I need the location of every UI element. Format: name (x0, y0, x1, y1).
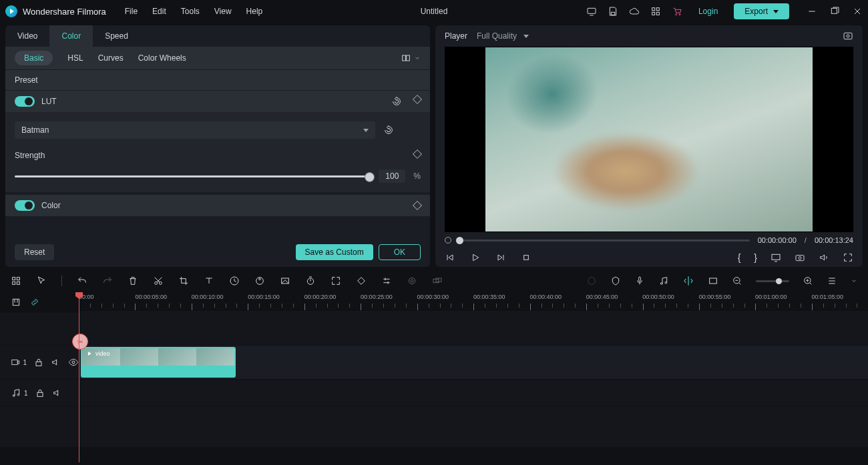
lut-select[interactable]: Batman (15, 121, 375, 139)
tab-video[interactable]: Video (5, 25, 49, 47)
mic-icon[interactable] (634, 276, 645, 286)
cart-icon[interactable] (672, 6, 682, 17)
mark-out-icon[interactable]: } (754, 252, 757, 263)
audio-track[interactable]: 1 (79, 380, 868, 406)
track-size-icon[interactable] (827, 276, 837, 286)
tab-color[interactable]: Color (49, 25, 93, 47)
menu-bar: File Edit Tools View Help (125, 7, 263, 16)
stop-icon[interactable] (521, 252, 531, 263)
display-icon[interactable] (771, 252, 781, 263)
login-link[interactable]: Login (693, 4, 723, 19)
video-track[interactable]: 1 video (79, 346, 868, 379)
apps-icon[interactable] (650, 6, 661, 17)
save-as-custom-button[interactable]: Save as Custom (296, 244, 373, 260)
magnet-icon[interactable] (11, 297, 21, 308)
color-icon[interactable] (254, 276, 265, 286)
menu-view[interactable]: View (214, 7, 232, 16)
track-visible-icon[interactable] (68, 357, 79, 368)
lut-selected-value: Batman (21, 125, 49, 135)
reset-button[interactable]: Reset (15, 244, 54, 260)
preset-header[interactable]: Preset (5, 70, 430, 90)
device-icon[interactable] (586, 6, 597, 17)
track-mute-icon[interactable] (51, 357, 61, 368)
greenscreen-icon[interactable] (280, 276, 290, 286)
next-frame-icon[interactable] (495, 252, 506, 263)
quality-select[interactable]: Full Quality (477, 31, 529, 41)
menu-file[interactable]: File (125, 7, 138, 16)
split-icon[interactable] (682, 275, 694, 287)
scrub-start-icon[interactable] (445, 237, 451, 244)
link-icon[interactable] (29, 297, 40, 308)
marker-icon[interactable] (610, 276, 621, 286)
expand-icon[interactable] (331, 276, 341, 286)
color-keyframe-icon[interactable] (413, 201, 422, 210)
mark-in-icon[interactable]: { (738, 252, 741, 263)
compare-toggle-icon[interactable] (401, 53, 421, 63)
playhead-handle-icon[interactable]: ✂ (72, 334, 88, 350)
audio-track-mute-icon[interactable] (52, 388, 63, 398)
track-lock-icon[interactable] (33, 357, 44, 368)
tab-speed[interactable]: Speed (93, 25, 140, 47)
render-icon[interactable] (586, 276, 597, 286)
record-icon[interactable] (407, 276, 417, 286)
snapshot-icon[interactable] (843, 31, 853, 41)
color-toggle[interactable] (15, 200, 35, 211)
undo-icon[interactable] (77, 276, 87, 286)
zoom-in-icon[interactable] (803, 276, 813, 286)
crop-icon[interactable] (178, 276, 189, 286)
subtab-basic[interactable]: Basic (15, 51, 53, 65)
video-clip[interactable]: video (81, 347, 236, 378)
text-icon[interactable] (204, 276, 214, 286)
subtab-curves[interactable]: Curves (98, 53, 124, 63)
keyframe-tool-icon[interactable] (356, 276, 367, 286)
export-button[interactable]: Export (734, 3, 789, 19)
svg-point-6 (676, 14, 677, 15)
layout-icon[interactable] (11, 276, 21, 286)
adjust-icon[interactable] (381, 276, 392, 286)
cloud-icon[interactable] (629, 6, 640, 17)
timeline-ruler[interactable]: 00:0000:00:05:0000:00:10:0000:00:15:0000… (79, 292, 868, 312)
audio-icon[interactable] (658, 276, 669, 286)
lut-toggle[interactable] (15, 96, 35, 107)
menu-help[interactable]: Help (246, 7, 263, 16)
strength-value[interactable]: 100 (379, 169, 405, 183)
play-icon[interactable] (470, 252, 481, 263)
cursor-icon[interactable] (36, 276, 47, 286)
save-icon[interactable] (608, 6, 618, 17)
playhead[interactable] (79, 292, 79, 462)
lut-select-reset-icon[interactable] (383, 125, 394, 135)
prev-frame-icon[interactable] (445, 252, 455, 263)
strength-slider[interactable] (15, 175, 371, 177)
minimize-icon[interactable] (807, 6, 817, 17)
scrub-track[interactable] (459, 240, 750, 242)
preview-viewport[interactable] (445, 47, 853, 232)
frame-icon[interactable] (708, 276, 718, 286)
maximize-icon[interactable] (829, 6, 840, 17)
group-icon[interactable] (432, 276, 443, 286)
svg-rect-9 (403, 55, 406, 61)
timecode-current: 00:00:00:00 (758, 236, 797, 244)
redo-icon[interactable] (102, 276, 113, 286)
subtab-hsl[interactable]: HSL (67, 53, 83, 63)
track-options-icon[interactable] (851, 276, 857, 286)
zoom-slider[interactable] (756, 280, 789, 282)
speed-icon[interactable] (229, 276, 240, 286)
menu-tools[interactable]: Tools (181, 7, 200, 16)
svg-rect-15 (796, 256, 804, 261)
svg-rect-20 (17, 282, 19, 284)
zoom-out-icon[interactable] (732, 276, 742, 286)
close-icon[interactable] (852, 6, 863, 17)
lut-keyframe-icon[interactable] (413, 95, 422, 104)
delete-icon[interactable] (128, 276, 138, 286)
volume-icon[interactable] (819, 252, 829, 263)
fullscreen-icon[interactable] (843, 252, 853, 263)
ok-button[interactable]: OK (379, 244, 421, 260)
lut-reset-icon[interactable] (391, 96, 402, 107)
duration-icon[interactable] (305, 276, 316, 286)
strength-keyframe-icon[interactable] (413, 149, 422, 159)
subtab-colorwheels[interactable]: Color Wheels (138, 53, 186, 63)
audio-track-lock-icon[interactable] (35, 388, 45, 398)
cut-icon[interactable] (153, 276, 164, 286)
camera-icon[interactable] (795, 252, 805, 263)
menu-edit[interactable]: Edit (152, 7, 166, 16)
